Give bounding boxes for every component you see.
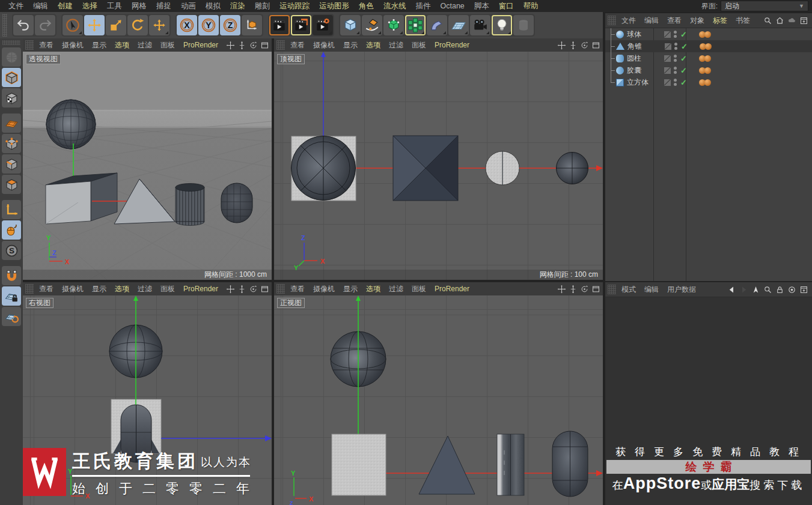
viewport-menu-1[interactable]: 摄像机: [309, 40, 339, 50]
viewport-menu-0[interactable]: 查看: [35, 284, 58, 294]
camera-zoom-icon[interactable]: [237, 41, 246, 50]
lock-workplane-icon[interactable]: [2, 286, 21, 306]
undo-icon[interactable]: [13, 15, 34, 35]
camera-zoom-icon[interactable]: [569, 285, 578, 294]
menu-item-18[interactable]: 窗口: [494, 0, 519, 12]
enable-toggle[interactable]: ✓: [681, 43, 688, 50]
deformer-icon[interactable]: [427, 15, 447, 35]
menu-item-0[interactable]: 模式: [617, 285, 640, 295]
camera-icon[interactable]: [470, 15, 490, 35]
visibility-dot[interactable]: [674, 43, 677, 46]
viewport-menu-0[interactable]: 查看: [286, 40, 309, 50]
viewport-menu-3[interactable]: 选项: [362, 284, 385, 294]
texture-mode-icon[interactable]: [2, 88, 21, 107]
environment-icon[interactable]: [448, 15, 469, 35]
scale-tool-icon[interactable]: [106, 15, 126, 35]
menu-item-10[interactable]: 雕刻: [250, 0, 275, 12]
viewport-menu-5[interactable]: 面板: [408, 40, 430, 50]
viewport-menu-2[interactable]: 显示: [339, 284, 362, 294]
search-icon[interactable]: [763, 16, 772, 25]
viewport-menu-4[interactable]: 过滤: [133, 40, 156, 50]
menu-item-16[interactable]: Octane: [436, 0, 469, 12]
camera-pan-icon[interactable]: [226, 285, 235, 294]
visibility-dot[interactable]: [674, 83, 677, 86]
visibility-dot[interactable]: [674, 35, 677, 38]
last-tool-icon[interactable]: [149, 15, 169, 35]
layer-toggle[interactable]: [664, 31, 671, 38]
spline-pen-icon[interactable]: [362, 15, 382, 35]
layer-toggle[interactable]: [664, 79, 671, 86]
move-tool-icon[interactable]: [84, 15, 105, 35]
capsule-object[interactable]: [552, 431, 588, 497]
viewport-menu-6[interactable]: ProRender: [179, 41, 222, 49]
visibility-dot[interactable]: [674, 31, 677, 34]
menu-item-5[interactable]: 网格: [127, 0, 151, 12]
enable-toggle[interactable]: ✓: [680, 55, 687, 62]
visibility-dot[interactable]: [674, 59, 677, 62]
viewport-menu-4[interactable]: 过滤: [385, 284, 408, 294]
rotate-tool-icon[interactable]: [127, 15, 148, 35]
history-back-icon[interactable]: [727, 285, 736, 294]
camera-rotate-icon[interactable]: [580, 285, 589, 294]
menu-item-1[interactable]: 编辑: [28, 0, 53, 12]
toolbar-grip[interactable]: [2, 14, 7, 37]
x-axis-lock-icon[interactable]: X: [177, 15, 197, 35]
menu-item-12[interactable]: 运动图形: [314, 0, 354, 12]
make-editable-icon[interactable]: [2, 47, 21, 67]
mode-toolbar-grip[interactable]: [2, 40, 20, 45]
model-mode-icon[interactable]: [2, 68, 21, 87]
phong-tag-icon[interactable]: [704, 31, 711, 38]
toggle-view-icon[interactable]: [260, 41, 269, 50]
visibility-dot[interactable]: [674, 47, 677, 50]
phong-tag-icon[interactable]: [704, 67, 711, 74]
menu-item-1[interactable]: 编辑: [640, 16, 663, 26]
camera-zoom-icon[interactable]: [569, 41, 578, 50]
render-view-icon[interactable]: [269, 15, 290, 35]
workplane-mode-icon[interactable]: [2, 307, 21, 326]
viewport-menu-2[interactable]: 显示: [88, 40, 111, 50]
pyramid-object[interactable]: [393, 136, 458, 201]
viewport-menu-0[interactable]: 查看: [286, 284, 309, 294]
volume-icon[interactable]: [513, 15, 534, 35]
render-settings-icon[interactable]: [313, 15, 333, 35]
layer-toggle[interactable]: [665, 43, 671, 50]
object-row[interactable]: 圆柱✓: [605, 52, 812, 64]
viewport-menu-3[interactable]: 选项: [362, 40, 385, 50]
object-row[interactable]: 角锥✓: [605, 40, 812, 52]
edge-mode-icon[interactable]: [2, 154, 21, 174]
visibility-dot[interactable]: [674, 55, 677, 58]
capsule-object[interactable]: [557, 153, 588, 184]
toggle-view-icon[interactable]: [591, 41, 600, 50]
menu-item-2[interactable]: 查看: [663, 16, 686, 26]
mograph-array-icon[interactable]: [405, 15, 426, 35]
viewport-menu-2[interactable]: 显示: [88, 284, 111, 294]
menu-item-6[interactable]: 捕捉: [151, 0, 176, 12]
cloud-icon[interactable]: [787, 16, 796, 25]
polygon-mode-icon[interactable]: [2, 175, 21, 194]
history-forward-icon[interactable]: [739, 285, 748, 294]
viewport-menu-4[interactable]: 过滤: [385, 40, 408, 50]
interface-dropdown[interactable]: 启动 ▼: [721, 1, 808, 11]
panel-grip[interactable]: [276, 284, 285, 294]
object-name[interactable]: 胶囊: [627, 65, 658, 76]
cylinder-object[interactable]: [176, 184, 204, 226]
viewport-menu-1[interactable]: 摄像机: [58, 284, 88, 294]
layer-toggle[interactable]: [664, 55, 671, 62]
menu-item-3[interactable]: 选择: [78, 0, 102, 12]
toggle-view-icon[interactable]: [260, 285, 269, 294]
panel-grip[interactable]: [608, 16, 616, 25]
viewport-menu-5[interactable]: 面板: [156, 40, 179, 50]
snap-settings-icon[interactable]: S: [2, 241, 21, 260]
viewport-solo-icon[interactable]: [2, 220, 21, 240]
enable-toggle[interactable]: ✓: [680, 31, 687, 38]
target-icon[interactable]: [787, 285, 796, 294]
live-selection-icon[interactable]: [63, 15, 83, 35]
visibility-dot[interactable]: [674, 79, 677, 82]
menu-item-4[interactable]: 标签: [709, 16, 731, 26]
menu-item-0[interactable]: 文件: [617, 16, 640, 26]
viewport-menu-6[interactable]: ProRender: [430, 285, 474, 293]
primitive-cube-icon[interactable]: [340, 15, 361, 35]
object-row[interactable]: 胶囊✓: [605, 64, 812, 76]
cylinder-object[interactable]: [486, 151, 519, 185]
camera-rotate-icon[interactable]: [249, 285, 258, 294]
